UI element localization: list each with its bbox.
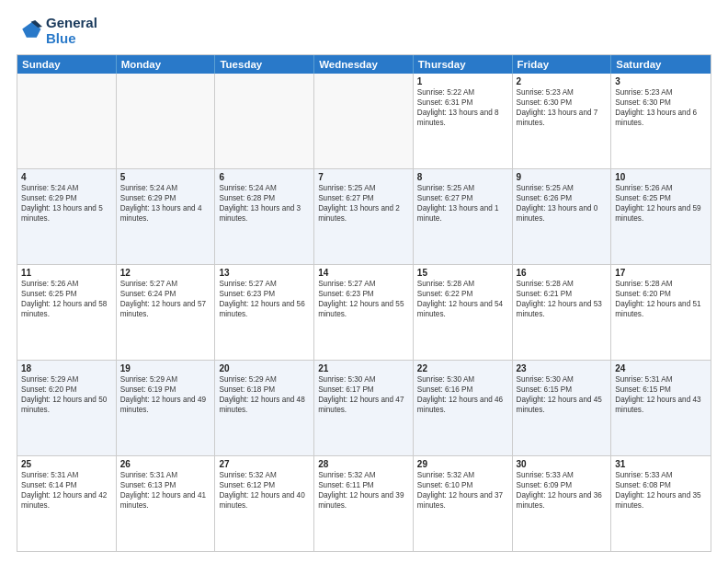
cell-info: Sunrise: 5:33 AM Sunset: 6:09 PM Dayligh…: [517, 470, 608, 511]
cell-info: Sunrise: 5:30 AM Sunset: 6:15 PM Dayligh…: [517, 374, 608, 415]
day-number: 1: [417, 76, 508, 86]
calendar-cell: 31Sunrise: 5:33 AM Sunset: 6:08 PM Dayli…: [611, 456, 711, 551]
cell-info: Sunrise: 5:24 AM Sunset: 6:29 PM Dayligh…: [21, 183, 112, 224]
header-day-sunday: Sunday: [17, 55, 117, 74]
calendar-cell: 19Sunrise: 5:29 AM Sunset: 6:19 PM Dayli…: [117, 361, 216, 455]
day-number: 4: [21, 172, 112, 182]
day-number: 12: [120, 268, 211, 278]
header-day-saturday: Saturday: [611, 55, 711, 74]
cell-info: Sunrise: 5:31 AM Sunset: 6:15 PM Dayligh…: [615, 374, 707, 415]
cell-info: Sunrise: 5:29 AM Sunset: 6:18 PM Dayligh…: [219, 374, 310, 415]
day-number: 31: [615, 459, 707, 469]
cell-info: Sunrise: 5:27 AM Sunset: 6:23 PM Dayligh…: [219, 279, 310, 319]
day-number: 14: [318, 268, 409, 278]
day-number: 9: [517, 172, 608, 182]
calendar-cell: 13Sunrise: 5:27 AM Sunset: 6:23 PM Dayli…: [215, 265, 314, 360]
calendar-cell: 3Sunrise: 5:23 AM Sunset: 6:30 PM Daylig…: [611, 74, 711, 168]
day-number: 3: [615, 76, 707, 86]
calendar-cell: [17, 74, 117, 168]
calendar-cell: 23Sunrise: 5:30 AM Sunset: 6:15 PM Dayli…: [513, 361, 612, 455]
cell-info: Sunrise: 5:22 AM Sunset: 6:31 PM Dayligh…: [417, 87, 508, 128]
day-number: 5: [120, 172, 211, 182]
calendar-cell: 4Sunrise: 5:24 AM Sunset: 6:29 PM Daylig…: [17, 169, 117, 264]
calendar-cell: 5Sunrise: 5:24 AM Sunset: 6:29 PM Daylig…: [117, 169, 216, 264]
calendar-cell: 16Sunrise: 5:28 AM Sunset: 6:21 PM Dayli…: [513, 265, 612, 360]
logo: General Blue: [17, 15, 97, 47]
cell-info: Sunrise: 5:25 AM Sunset: 6:27 PM Dayligh…: [318, 183, 409, 224]
cell-info: Sunrise: 5:29 AM Sunset: 6:20 PM Dayligh…: [21, 374, 112, 415]
cell-info: Sunrise: 5:33 AM Sunset: 6:08 PM Dayligh…: [615, 470, 707, 511]
cell-info: Sunrise: 5:30 AM Sunset: 6:17 PM Dayligh…: [318, 374, 409, 415]
day-number: 29: [417, 459, 508, 469]
cell-info: Sunrise: 5:32 AM Sunset: 6:12 PM Dayligh…: [219, 470, 310, 511]
calendar-cell: 27Sunrise: 5:32 AM Sunset: 6:12 PM Dayli…: [215, 456, 314, 551]
logo-icon: [17, 17, 42, 43]
cell-info: Sunrise: 5:28 AM Sunset: 6:20 PM Dayligh…: [615, 279, 707, 319]
day-number: 21: [318, 363, 409, 373]
calendar-row-4: 25Sunrise: 5:31 AM Sunset: 6:14 PM Dayli…: [17, 455, 711, 551]
cell-info: Sunrise: 5:26 AM Sunset: 6:25 PM Dayligh…: [21, 279, 112, 319]
day-number: 11: [21, 268, 112, 278]
cell-info: Sunrise: 5:24 AM Sunset: 6:29 PM Dayligh…: [120, 183, 211, 224]
calendar-cell: 2Sunrise: 5:23 AM Sunset: 6:30 PM Daylig…: [513, 74, 612, 168]
cell-info: Sunrise: 5:26 AM Sunset: 6:25 PM Dayligh…: [615, 183, 707, 224]
calendar-cell: 22Sunrise: 5:30 AM Sunset: 6:16 PM Dayli…: [414, 361, 513, 455]
day-number: 27: [219, 459, 310, 469]
cell-info: Sunrise: 5:29 AM Sunset: 6:19 PM Dayligh…: [120, 374, 211, 415]
header-day-wednesday: Wednesday: [314, 55, 414, 74]
calendar-cell: 25Sunrise: 5:31 AM Sunset: 6:14 PM Dayli…: [17, 456, 117, 551]
day-number: 6: [219, 172, 310, 182]
day-number: 8: [417, 172, 508, 182]
cell-info: Sunrise: 5:32 AM Sunset: 6:11 PM Dayligh…: [318, 470, 409, 511]
cell-info: Sunrise: 5:28 AM Sunset: 6:22 PM Dayligh…: [417, 279, 508, 319]
day-number: 13: [219, 268, 310, 278]
calendar-cell: 9Sunrise: 5:25 AM Sunset: 6:26 PM Daylig…: [513, 169, 612, 264]
day-number: 2: [517, 76, 608, 86]
header-day-thursday: Thursday: [414, 55, 513, 74]
day-number: 26: [120, 459, 211, 469]
day-number: 24: [615, 363, 707, 373]
cell-info: Sunrise: 5:30 AM Sunset: 6:16 PM Dayligh…: [417, 374, 508, 415]
day-number: 7: [318, 172, 409, 182]
cell-info: Sunrise: 5:23 AM Sunset: 6:30 PM Dayligh…: [517, 87, 608, 128]
logo-text: General Blue: [46, 15, 97, 47]
header-day-friday: Friday: [513, 55, 612, 74]
cell-info: Sunrise: 5:23 AM Sunset: 6:30 PM Dayligh…: [615, 87, 707, 128]
calendar-cell: 26Sunrise: 5:31 AM Sunset: 6:13 PM Dayli…: [117, 456, 216, 551]
calendar-cell: 7Sunrise: 5:25 AM Sunset: 6:27 PM Daylig…: [314, 169, 414, 264]
day-number: 23: [517, 363, 608, 373]
calendar-cell: 17Sunrise: 5:28 AM Sunset: 6:20 PM Dayli…: [611, 265, 711, 360]
calendar-cell: 20Sunrise: 5:29 AM Sunset: 6:18 PM Dayli…: [215, 361, 314, 455]
calendar-cell: 30Sunrise: 5:33 AM Sunset: 6:09 PM Dayli…: [513, 456, 612, 551]
calendar-cell: [215, 74, 314, 168]
calendar-row-0: 1Sunrise: 5:22 AM Sunset: 6:31 PM Daylig…: [17, 74, 711, 168]
calendar-body: 1Sunrise: 5:22 AM Sunset: 6:31 PM Daylig…: [17, 74, 711, 552]
calendar-cell: 15Sunrise: 5:28 AM Sunset: 6:22 PM Dayli…: [414, 265, 513, 360]
cell-info: Sunrise: 5:25 AM Sunset: 6:27 PM Dayligh…: [417, 183, 508, 224]
calendar-cell: 14Sunrise: 5:27 AM Sunset: 6:23 PM Dayli…: [314, 265, 414, 360]
page: General Blue SundayMondayTuesdayWednesda…: [0, 0, 728, 563]
calendar-cell: 21Sunrise: 5:30 AM Sunset: 6:17 PM Dayli…: [314, 361, 414, 455]
calendar-cell: 29Sunrise: 5:32 AM Sunset: 6:10 PM Dayli…: [414, 456, 513, 551]
calendar-row-2: 11Sunrise: 5:26 AM Sunset: 6:25 PM Dayli…: [17, 264, 711, 360]
header-day-monday: Monday: [117, 55, 216, 74]
day-number: 16: [517, 268, 608, 278]
calendar-cell: 12Sunrise: 5:27 AM Sunset: 6:24 PM Dayli…: [117, 265, 216, 360]
calendar-cell: [117, 74, 216, 168]
cell-info: Sunrise: 5:32 AM Sunset: 6:10 PM Dayligh…: [417, 470, 508, 511]
calendar-cell: 6Sunrise: 5:24 AM Sunset: 6:28 PM Daylig…: [215, 169, 314, 264]
calendar-row-3: 18Sunrise: 5:29 AM Sunset: 6:20 PM Dayli…: [17, 360, 711, 455]
calendar-cell: 10Sunrise: 5:26 AM Sunset: 6:25 PM Dayli…: [611, 169, 711, 264]
cell-info: Sunrise: 5:31 AM Sunset: 6:14 PM Dayligh…: [21, 470, 112, 511]
day-number: 30: [517, 459, 608, 469]
cell-info: Sunrise: 5:27 AM Sunset: 6:23 PM Dayligh…: [318, 279, 409, 319]
header: General Blue: [17, 15, 711, 47]
day-number: 28: [318, 459, 409, 469]
calendar-cell: 8Sunrise: 5:25 AM Sunset: 6:27 PM Daylig…: [414, 169, 513, 264]
calendar-cell: 18Sunrise: 5:29 AM Sunset: 6:20 PM Dayli…: [17, 361, 117, 455]
day-number: 18: [21, 363, 112, 373]
cell-info: Sunrise: 5:25 AM Sunset: 6:26 PM Dayligh…: [517, 183, 608, 224]
calendar-header: SundayMondayTuesdayWednesdayThursdayFrid…: [17, 55, 711, 74]
cell-info: Sunrise: 5:24 AM Sunset: 6:28 PM Dayligh…: [219, 183, 310, 224]
day-number: 20: [219, 363, 310, 373]
